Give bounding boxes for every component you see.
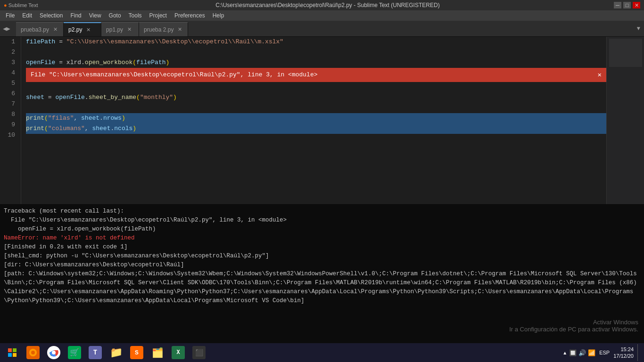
svg-point-7 xyxy=(52,351,56,354)
tab-nav-right[interactable]: ▼ xyxy=(633,25,644,32)
tray-icons: ▲ 🔲 🔊 📶 xyxy=(562,349,595,356)
svg-rect-0 xyxy=(8,348,12,352)
tray-lang: ESP xyxy=(599,350,610,355)
menu-view[interactable]: View xyxy=(85,11,105,20)
svg-rect-1 xyxy=(13,348,17,352)
tab-label: prueba 2.py xyxy=(144,26,173,33)
line-numbers: 1 2 3 4 5 6 7 8 9 10 xyxy=(0,37,21,204)
taskbar-store[interactable]: 🛒 xyxy=(64,344,85,361)
tab-close-prueba2[interactable]: ✕ xyxy=(176,26,183,33)
close-button[interactable]: ✕ xyxy=(633,2,640,8)
menu-edit[interactable]: Edit xyxy=(18,11,36,20)
code-line-6 xyxy=(26,103,606,113)
terminal-line-3: openFile = xlrd.open_workbook(filePath) xyxy=(4,225,640,234)
clock-time: 15:24 xyxy=(613,346,634,353)
taskbar-chrome[interactable] xyxy=(43,344,64,361)
minimap xyxy=(606,37,644,204)
code-line-7: print("filas", sheet.nrows) xyxy=(26,113,606,123)
tab-nav-left[interactable]: ◀▶ xyxy=(0,21,13,36)
code-line-3: openFile = xlrd.open_workbook(filePath) xyxy=(26,58,606,68)
taskbar: 🛒 T 📁 S 🗂️ X ⬛ ▲ xyxy=(0,343,644,362)
code-line-4 xyxy=(26,82,606,92)
menu-file[interactable]: File xyxy=(2,11,18,20)
menu-bar: File Edit Selection Find View Goto Tools… xyxy=(0,10,644,21)
window-title: C:\Users\esmanzanares\Desktop\ecopetrol\… xyxy=(41,2,614,8)
tab-close-prueba3[interactable]: ✕ xyxy=(52,26,58,33)
code-line-2 xyxy=(26,47,606,58)
maximize-button[interactable]: □ xyxy=(623,2,631,8)
window-controls[interactable]: ─ □ ✕ xyxy=(614,2,640,8)
taskbar-excel[interactable]: X xyxy=(168,344,189,361)
tab-label: pp1.py xyxy=(106,26,123,33)
start-button[interactable] xyxy=(2,344,23,361)
tab-close-pp1[interactable]: ✕ xyxy=(126,26,132,33)
tray-wifi-icon[interactable]: 📶 xyxy=(588,349,595,356)
menu-project[interactable]: Project xyxy=(146,11,171,20)
system-tray: ▲ 🔲 🔊 📶 ESP 15:24 17/12/20 xyxy=(562,344,642,361)
tab-bar: ◀▶ prueba3.py ✕ p2.py ✕ pp1.py ✕ prueba … xyxy=(0,21,644,37)
code-line-1: filePath = "C:\\Users\\esmanzanares\\Des… xyxy=(26,37,606,47)
error-close[interactable]: ✕ xyxy=(598,70,602,80)
terminal-error-line: NameError: name 'xlrd' is not defined xyxy=(4,234,640,243)
taskbar-folder[interactable]: 📁 xyxy=(106,344,126,361)
code-line-9 xyxy=(26,134,606,144)
taskbar-explorer[interactable]: 🗂️ xyxy=(147,344,168,361)
tab-label: p2.py xyxy=(68,26,82,33)
menu-find[interactable]: Find xyxy=(66,11,85,20)
taskbar-firefox[interactable] xyxy=(23,344,43,361)
terminal-line-1: Traceback (most recent call last): xyxy=(4,207,640,216)
menu-goto[interactable]: Goto xyxy=(105,11,125,20)
terminal-panel: Traceback (most recent call last): File … xyxy=(0,204,644,362)
taskbar-sublime[interactable]: S xyxy=(126,344,147,361)
svg-point-5 xyxy=(31,351,35,354)
tab-close-p2[interactable]: ✕ xyxy=(85,26,91,33)
tab-prueba2[interactable]: prueba 2.py ✕ xyxy=(139,22,188,36)
tab-prueba3[interactable]: prueba3.py ✕ xyxy=(16,22,64,36)
minimize-button[interactable]: ─ xyxy=(614,2,621,8)
menu-selection[interactable]: Selection xyxy=(36,11,66,20)
terminal-line-2: File "C:\Users\esmanzanares\Desktop\ecop… xyxy=(4,216,640,225)
title-bar: ● Sublime Text C:\Users\esmanzanares\Des… xyxy=(0,0,644,10)
error-tooltip: File "C:\Users\esmanzanares\Desktop\ecop… xyxy=(26,68,606,82)
menu-help[interactable]: Help xyxy=(209,11,228,20)
code-content[interactable]: filePath = "C:\\Users\\esmanzanares\\Des… xyxy=(21,37,606,204)
show-desktop[interactable] xyxy=(637,344,640,361)
clock-date: 17/12/20 xyxy=(613,353,634,359)
svg-rect-2 xyxy=(8,353,12,357)
tab-p2[interactable]: p2.py ✕ xyxy=(64,22,101,36)
tray-network-icon: 🔲 xyxy=(569,349,577,356)
taskbar-teams[interactable]: T xyxy=(85,344,106,361)
tab-pp1[interactable]: pp1.py ✕ xyxy=(101,22,139,36)
tray-expand[interactable]: ▲ xyxy=(562,350,567,355)
app-icon: ● Sublime Text xyxy=(4,2,41,8)
terminal-line-7: [dir: C:\Users\esmanzanares\Desktop\ecop… xyxy=(4,261,640,270)
code-line-5: sheet = openFile.sheet_by_name("monthly"… xyxy=(26,92,606,103)
clock: 15:24 17/12/20 xyxy=(613,346,634,359)
code-line-8: print("columans", sheet.ncols) xyxy=(26,123,606,134)
code-line-10 xyxy=(26,144,606,155)
terminal-line-8: [path: C:\Windows\system32;C:\Windows;C:… xyxy=(4,270,640,305)
tray-volume-icon[interactable]: 🔊 xyxy=(578,349,586,356)
menu-tools[interactable]: Tools xyxy=(125,11,146,20)
menu-preferences[interactable]: Preferences xyxy=(171,11,209,20)
editor: 1 2 3 4 5 6 7 8 9 10 filePath = "C:\\Use… xyxy=(0,37,644,204)
taskbar-terminal[interactable]: ⬛ xyxy=(189,344,209,361)
terminal-line-5: [Finished in 0.2s with exit code 1] xyxy=(4,243,640,252)
error-message: File "C:\Users\esmanzanares\Desktop\ecop… xyxy=(31,70,318,80)
tab-label: prueba3.py xyxy=(21,26,49,33)
terminal-line-6: [shell_cmd: python -u "C:\Users\esmanzan… xyxy=(4,252,640,261)
svg-rect-3 xyxy=(13,353,17,357)
